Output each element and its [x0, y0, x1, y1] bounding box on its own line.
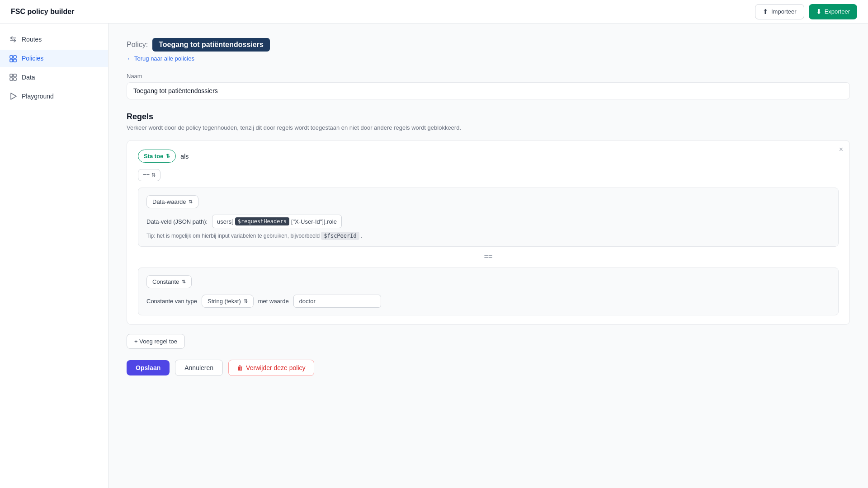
sidebar-item-label: Policies — [22, 55, 43, 62]
chevron-down-icon: ⇅ — [189, 199, 193, 205]
chevron-down-icon: ⇅ — [244, 298, 248, 304]
operator-row: == ⇅ — [138, 169, 839, 181]
json-path-input[interactable]: users[ $requestHeaders ["X-User-Id"]].ro… — [212, 215, 342, 228]
sidebar-item-playground[interactable]: Playground — [0, 88, 108, 105]
svg-rect-2 — [10, 59, 13, 62]
cancel-button[interactable]: Annuleren — [175, 360, 223, 376]
playground-icon — [9, 92, 17, 100]
sidebar-item-label: Routes — [22, 36, 42, 43]
naam-label: Naam — [127, 73, 850, 80]
sidebar-item-policies[interactable]: Policies — [0, 50, 108, 67]
const-type-label: Constante van type — [146, 298, 197, 305]
policy-title-badge: Toegang tot patiëntendossiers — [152, 38, 270, 52]
const-type-dropdown[interactable]: String (tekst) ⇅ — [202, 295, 254, 308]
data-icon — [9, 73, 17, 81]
sidebar-item-routes[interactable]: Routes — [0, 31, 108, 48]
regels-title: Regels — [127, 112, 850, 122]
data-waarde-card: Data-waarde ⇅ Data-veld (JSON path): use… — [138, 188, 839, 247]
import-icon: ⬆ — [763, 8, 769, 16]
const-dropdown[interactable]: Constante ⇅ — [146, 275, 192, 288]
chevron-down-icon: ⇅ — [166, 153, 170, 159]
chevron-down-icon: ⇅ — [182, 279, 186, 285]
json-path-label: Data-veld (JSON path): — [146, 218, 208, 225]
layout: Routes Policies — [0, 23, 868, 488]
export-button[interactable]: ⬇ Exporteer — [809, 4, 857, 19]
svg-rect-1 — [14, 56, 16, 58]
rule-action-row: Sta toe ⇅ als — [138, 150, 839, 163]
policies-icon — [9, 54, 17, 62]
header-buttons: ⬆ Importeer ⬇ Exporteer — [755, 4, 857, 19]
chevron-down-icon: ⇅ — [151, 172, 156, 178]
svg-rect-6 — [10, 78, 13, 80]
rule-card: × Sta toe ⇅ als == ⇅ Data — [127, 140, 850, 325]
svg-marker-8 — [11, 93, 16, 99]
svg-rect-4 — [10, 74, 13, 77]
json-prefix: users[ — [217, 218, 233, 225]
routes-icon — [9, 35, 17, 43]
top-header: FSC policy builder ⬆ Importeer ⬇ Exporte… — [0, 0, 868, 23]
sidebar-item-label: Data — [22, 74, 35, 81]
back-arrow-icon: ← — [127, 55, 132, 62]
export-icon: ⬇ — [816, 8, 822, 16]
delete-policy-button[interactable]: 🗑 Verwijder deze policy — [228, 360, 314, 376]
fsc-peer-id-badge: $fscPeerId — [321, 232, 359, 240]
data-type-dropdown[interactable]: Data-waarde ⇅ — [146, 195, 198, 208]
constante-card: Constante ⇅ Constante van type String (t… — [138, 267, 839, 315]
svg-rect-3 — [14, 59, 16, 62]
policy-header: Policy: Toegang tot patiëntendossiers — [127, 38, 850, 52]
json-suffix: ["X-User-Id"]].role — [291, 218, 337, 225]
equals-divider: == — [138, 253, 839, 261]
json-path-row: Data-veld (JSON path): users[ $requestHe… — [146, 215, 830, 228]
sidebar: Routes Policies — [0, 23, 108, 488]
regels-description: Verkeer wordt door de policy tegenhouden… — [127, 124, 850, 131]
back-link[interactable]: ← Terug naar alle policies — [127, 55, 850, 62]
policy-label: Policy: — [127, 41, 148, 49]
const-met-waarde-label: met waarde — [258, 298, 289, 305]
svg-rect-7 — [14, 78, 16, 80]
tip-row: Tip: het is mogelijk om hierbij input va… — [146, 233, 830, 239]
als-label: als — [180, 153, 189, 160]
trash-icon: 🗑 — [237, 364, 243, 371]
naam-input[interactable] — [127, 82, 850, 99]
save-button[interactable]: Opslaan — [127, 360, 170, 375]
action-dropdown[interactable]: Sta toe ⇅ — [138, 150, 176, 163]
action-row: Opslaan Annuleren 🗑 Verwijder deze polic… — [127, 360, 850, 376]
sidebar-item-data[interactable]: Data — [0, 69, 108, 86]
sidebar-item-label: Playground — [22, 93, 54, 100]
app-title: FSC policy builder — [11, 8, 74, 16]
const-value-input[interactable] — [293, 295, 381, 308]
close-icon[interactable]: × — [839, 146, 843, 153]
add-rule-button[interactable]: + Voeg regel toe — [127, 334, 185, 349]
svg-rect-0 — [10, 56, 13, 58]
main-content: Policy: Toegang tot patiëntendossiers ← … — [108, 23, 868, 488]
request-headers-badge: $requestHeaders — [235, 217, 289, 225]
svg-rect-5 — [14, 74, 16, 77]
operator-dropdown[interactable]: == ⇅ — [138, 169, 160, 181]
const-row: Constante van type String (tekst) ⇅ met … — [146, 295, 830, 308]
import-button[interactable]: ⬆ Importeer — [755, 4, 804, 19]
